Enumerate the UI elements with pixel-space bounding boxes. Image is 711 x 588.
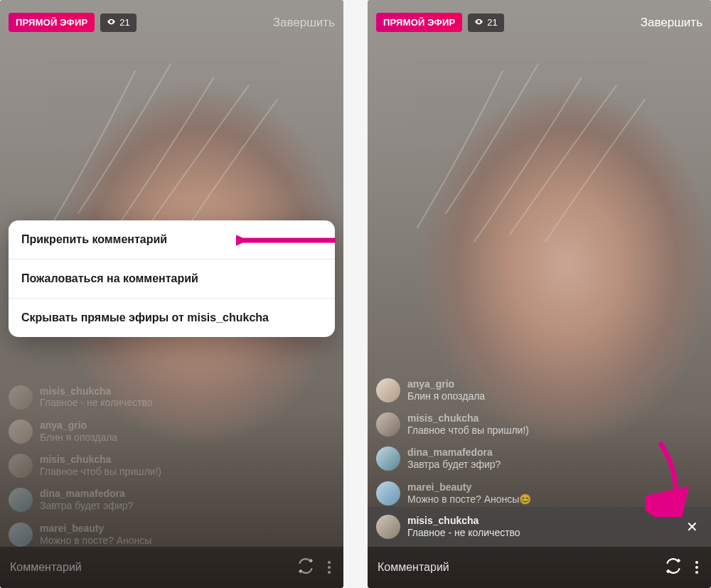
phone-right: ПРЯМОЙ ЭФИР 21 Завершить anya_grioБлин я…: [368, 0, 711, 588]
comment-body: Главное чтоб вы пришли!): [407, 424, 529, 437]
viewer-count-badge[interactable]: 21: [468, 14, 503, 32]
end-live-button[interactable]: Завершить: [641, 16, 702, 30]
comment-item[interactable]: anya_grioБлин я опоздала: [376, 378, 702, 402]
comment-item[interactable]: misis_chukchaГлавное чтоб вы пришли!): [9, 454, 335, 478]
avatar: [9, 385, 33, 410]
comment-input[interactable]: Комментарий: [378, 561, 654, 574]
background-decor: [403, 28, 673, 256]
camera-flip-icon[interactable]: [664, 557, 683, 578]
avatar: [9, 454, 33, 478]
live-badge: ПРЯМОЙ ЭФИР: [9, 13, 95, 32]
bottom-bar: Комментарий: [0, 547, 343, 588]
pinned-comment[interactable]: misis_chukchaГлавное - не количество ✕: [368, 507, 711, 547]
eye-icon: [474, 17, 483, 28]
end-live-button[interactable]: Завершить: [273, 16, 335, 30]
eye-icon: [107, 17, 116, 28]
comment-user: misis_chukcha: [40, 385, 153, 397]
comment-item[interactable]: misis_chukchaГлавное чтоб вы пришли!): [376, 412, 702, 437]
more-options-icon[interactable]: [693, 558, 701, 577]
comment-list: misis_chukchaГлавное - не количество any…: [0, 385, 343, 547]
avatar: [9, 488, 33, 512]
menu-item-pin-comment[interactable]: Прикрепить комментарий: [9, 220, 335, 260]
comment-user: marei_beauty: [407, 481, 531, 493]
avatar: [9, 523, 33, 547]
avatar: [376, 447, 400, 471]
viewer-count-badge[interactable]: 21: [100, 14, 136, 32]
live-badge: ПРЯМОЙ ЭФИР: [376, 13, 462, 32]
menu-item-report-comment[interactable]: Пожаловаться на комментарий: [9, 260, 335, 299]
viewer-count-value: 21: [119, 17, 129, 28]
comment-item[interactable]: dina_mamafedoraЗавтра будет эфир?: [9, 488, 335, 512]
pinned-user: misis_chukcha: [407, 515, 520, 527]
comment-body: Блин я опоздала: [407, 390, 485, 403]
comment-list: anya_grioБлин я опоздала misis_chukchaГл…: [368, 378, 711, 506]
avatar: [9, 419, 33, 444]
comment-item[interactable]: anya_grioБлин я опоздала: [9, 419, 335, 444]
comment-user: misis_chukcha: [407, 412, 529, 424]
context-menu: Прикрепить комментарий Пожаловаться на к…: [9, 220, 335, 337]
avatar: [376, 515, 400, 539]
topbar: ПРЯМОЙ ЭФИР 21 Завершить: [0, 0, 343, 39]
comment-item[interactable]: dina_mamafedoraЗавтра будет эфир?: [376, 447, 702, 471]
comment-body: Можно в посте? Анонсы😊: [407, 493, 531, 506]
topbar: ПРЯМОЙ ЭФИР 21 Завершить: [368, 0, 711, 39]
bottom-bar: Комментарий: [368, 547, 711, 588]
comment-body: Главное чтоб вы пришли!): [40, 466, 161, 479]
avatar: [376, 481, 400, 506]
comment-body: Завтра будет эфир?: [40, 500, 133, 513]
more-options-icon[interactable]: [325, 558, 333, 577]
comment-item[interactable]: marei_beautyМожно в посте? Анонсы😊: [376, 481, 702, 506]
comment-item[interactable]: misis_chukchaГлавное - не количество: [9, 385, 335, 410]
comment-body: Блин я опоздала: [40, 432, 117, 444]
comment-body: Завтра будет эфир?: [407, 459, 501, 471]
comment-user: dina_mamafedora: [40, 488, 133, 500]
comment-user: marei_beauty: [40, 523, 151, 535]
comment-body: Главное - не количество: [40, 397, 153, 410]
avatar: [376, 378, 400, 402]
close-icon[interactable]: ✕: [682, 514, 702, 540]
camera-flip-icon[interactable]: [296, 557, 315, 578]
phone-left: ПРЯМОЙ ЭФИР 21 Завершить misis_chukchaГл…: [0, 0, 343, 588]
comment-user: anya_grio: [40, 419, 117, 432]
viewer-count-value: 21: [487, 17, 497, 28]
menu-item-hide-lives[interactable]: Скрывать прямые эфиры от misis_chukcha: [9, 299, 335, 337]
avatar: [376, 412, 400, 437]
pinned-body: Главное - не количество: [407, 527, 520, 540]
comment-item[interactable]: marei_beautyМожно в посте? Анонсы: [9, 523, 335, 547]
comment-body: Можно в посте? Анонсы: [40, 535, 151, 547]
comment-input[interactable]: Комментарий: [10, 561, 287, 574]
comment-user: dina_mamafedora: [407, 447, 501, 459]
comment-user: anya_grio: [407, 378, 485, 390]
comment-user: misis_chukcha: [40, 454, 161, 466]
